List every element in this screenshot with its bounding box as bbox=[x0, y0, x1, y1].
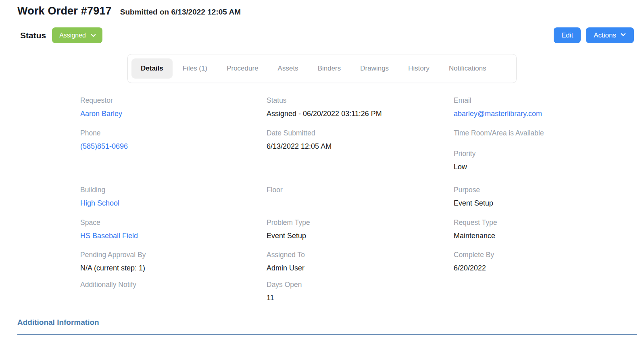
tab-bar: Details Files (1) Procedure Assets Binde… bbox=[127, 54, 517, 83]
actions-button[interactable]: Actions bbox=[586, 27, 634, 43]
field-status: Status Assigned - 06/20/2022 03:11:26 PM bbox=[267, 96, 454, 129]
status-value: Assigned - 06/20/2022 03:11:26 PM bbox=[267, 109, 454, 118]
pending-approval-by-value: N/A (current step: 1) bbox=[80, 264, 267, 272]
field-request-type: Request Type Maintenance bbox=[454, 218, 644, 251]
field-assigned-to: Assigned To Admin User bbox=[267, 251, 454, 281]
priority-value: Low bbox=[454, 162, 644, 171]
field-stack-col3: Time Room/Area is Available Priority Low bbox=[454, 129, 644, 186]
field-requestor: Requestor Aaron Barley bbox=[80, 96, 267, 129]
days-open-value: 11 bbox=[267, 293, 454, 302]
field-building: Building High School bbox=[80, 186, 267, 218]
complete-by-value: 6/20/2022 bbox=[454, 264, 644, 272]
page-header: Work Order #7917 Submitted on 6/13/2022 … bbox=[0, 0, 644, 17]
chevron-down-icon bbox=[90, 32, 96, 38]
field-label: Priority bbox=[454, 150, 644, 158]
page-title: Work Order #7917 bbox=[17, 5, 112, 17]
field-label: Requestor bbox=[80, 96, 267, 105]
field-label: Time Room/Area is Available bbox=[454, 129, 644, 137]
additional-information-link[interactable]: Additional Information bbox=[17, 318, 99, 327]
status-badge-text: Assigned bbox=[59, 32, 86, 39]
field-label: Date Submitted bbox=[267, 129, 454, 137]
tab-details[interactable]: Details bbox=[131, 58, 173, 79]
phone-link[interactable]: (585)851-0696 bbox=[80, 142, 267, 151]
details-grid: Requestor Aaron Barley Status Assigned -… bbox=[80, 96, 644, 302]
field-label: Building bbox=[80, 186, 267, 194]
chevron-down-icon bbox=[620, 31, 626, 39]
space-link[interactable]: HS Baseball Field bbox=[80, 231, 267, 240]
section-divider bbox=[17, 334, 637, 335]
field-priority: Priority Low bbox=[454, 150, 644, 171]
tab-history[interactable]: History bbox=[399, 58, 439, 79]
field-date-submitted: Date Submitted 6/13/2022 12:05 AM bbox=[267, 129, 454, 186]
problem-type-value: Event Setup bbox=[267, 231, 454, 240]
requestor-link[interactable]: Aaron Barley bbox=[80, 109, 267, 118]
field-label: Assigned To bbox=[267, 251, 454, 259]
field-additionally-notify: Additionally Notify bbox=[80, 281, 267, 302]
building-link[interactable]: High School bbox=[80, 199, 267, 208]
field-label: Request Type bbox=[454, 218, 644, 227]
field-time-room-available: Time Room/Area is Available bbox=[454, 129, 644, 137]
assigned-to-value: Admin User bbox=[267, 264, 454, 272]
request-type-value: Maintenance bbox=[454, 231, 644, 240]
field-pending-approval-by: Pending Approval By N/A (current step: 1… bbox=[80, 251, 267, 281]
tab-binders[interactable]: Binders bbox=[308, 58, 350, 79]
field-label: Floor bbox=[267, 186, 454, 194]
tab-drawings[interactable]: Drawings bbox=[351, 58, 398, 79]
field-label: Pending Approval By bbox=[80, 251, 267, 259]
submitted-on-text: Submitted on 6/13/2022 12:05 AM bbox=[120, 8, 241, 17]
field-complete-by: Complete By 6/20/2022 bbox=[454, 251, 644, 281]
additional-information-section: Additional Information bbox=[17, 318, 637, 335]
field-label: Problem Type bbox=[267, 218, 454, 227]
field-label: Space bbox=[80, 218, 267, 227]
field-label: Days Open bbox=[267, 281, 454, 289]
email-link[interactable]: abarley@masterlibrary.com bbox=[454, 109, 644, 118]
tab-files[interactable]: Files (1) bbox=[173, 58, 217, 79]
field-label: Phone bbox=[80, 129, 267, 137]
status-dropdown-button[interactable]: Assigned bbox=[52, 27, 102, 43]
field-purpose: Purpose Event Setup bbox=[454, 186, 644, 218]
purpose-value: Event Setup bbox=[454, 199, 644, 208]
field-label: Email bbox=[454, 96, 644, 105]
edit-button[interactable]: Edit bbox=[554, 27, 581, 43]
tab-notifications[interactable]: Notifications bbox=[440, 58, 496, 79]
actions-button-label: Actions bbox=[594, 31, 616, 39]
field-email: Email abarley@masterlibrary.com bbox=[454, 96, 644, 129]
field-days-open: Days Open 11 bbox=[267, 281, 454, 302]
field-phone: Phone (585)851-0696 bbox=[80, 129, 267, 186]
field-label: Additionally Notify bbox=[80, 281, 267, 289]
tab-assets[interactable]: Assets bbox=[269, 58, 308, 79]
field-label: Purpose bbox=[454, 186, 644, 194]
tab-procedure[interactable]: Procedure bbox=[217, 58, 267, 79]
field-label: Status bbox=[267, 96, 454, 105]
field-floor: Floor bbox=[267, 186, 454, 218]
status-row: Status Assigned Edit Actions bbox=[0, 27, 644, 43]
field-problem-type: Problem Type Event Setup bbox=[267, 218, 454, 251]
field-label: Complete By bbox=[454, 251, 644, 259]
field-empty-cell bbox=[454, 281, 644, 302]
status-label: Status bbox=[20, 31, 46, 40]
date-submitted-value: 6/13/2022 12:05 AM bbox=[267, 142, 454, 151]
field-space: Space HS Baseball Field bbox=[80, 218, 267, 251]
